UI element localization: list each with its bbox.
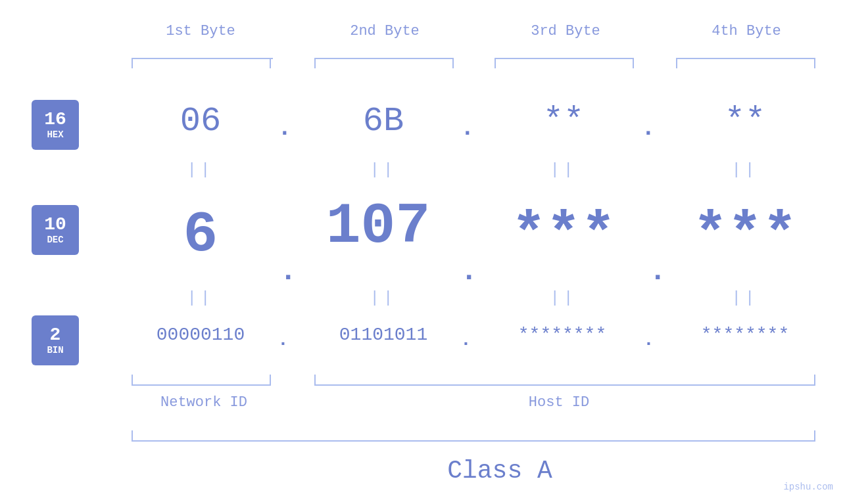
bin-col4-value: ********	[663, 325, 827, 345]
hex-badge-number: 16	[44, 110, 66, 130]
col2-header: 2nd Byte	[316, 23, 454, 39]
equals-dec-bin-col2: ||	[314, 289, 452, 307]
equals-dec-bin-col3: ||	[495, 289, 633, 307]
top-bracket-col3	[495, 58, 633, 59]
bracket-right-col2	[452, 58, 454, 68]
network-id-label: Network ID	[125, 394, 283, 411]
hex-badge: 16 HEX	[32, 100, 79, 150]
hex-dot-2: .	[460, 115, 475, 142]
bottom-bracket-host-left	[314, 375, 316, 385]
top-bracket-col4	[676, 58, 815, 59]
bottom-bracket-host-right	[814, 375, 815, 385]
class-bracket-line	[132, 440, 815, 442]
bracket-left-col4	[676, 58, 677, 68]
class-label: Class A	[362, 457, 638, 485]
top-bracket-col1	[132, 58, 273, 59]
bracket-left-col1	[132, 58, 133, 68]
bracket-right-col4	[814, 58, 815, 68]
bottom-bracket-host	[314, 384, 815, 386]
bracket-right-col1	[270, 58, 271, 68]
dec-badge: 10 DEC	[32, 205, 79, 255]
bin-dot-2: .	[460, 330, 471, 350]
bottom-bracket-col1	[132, 384, 271, 386]
bin-dot-3: .	[643, 330, 654, 350]
bin-col2-value: 01101011	[301, 325, 466, 345]
equals-hex-dec-col1: ||	[132, 161, 270, 179]
equals-hex-dec-col4: ||	[676, 161, 814, 179]
hex-col1-value: 06	[132, 102, 270, 141]
hex-dot-3: .	[641, 115, 656, 142]
dec-badge-label: DEC	[47, 235, 63, 245]
dec-dot-2: .	[460, 255, 477, 288]
bin-badge-label: BIN	[47, 345, 63, 355]
class-bracket-left	[132, 430, 133, 441]
bin-dot-1: .	[278, 330, 289, 350]
bin-badge-number: 2	[50, 325, 61, 346]
bracket-left-col3	[495, 58, 496, 68]
page-container: 16 HEX 10 DEC 2 BIN 1st Byte 2nd Byte 3r…	[0, 0, 845, 504]
bottom-bracket-col1-right	[270, 375, 271, 385]
dec-col2-value: 107	[296, 194, 460, 259]
bracket-right-col3	[633, 58, 634, 68]
dec-dot-3: .	[649, 255, 666, 288]
col4-header: 4th Byte	[677, 23, 815, 39]
dec-badge-number: 10	[44, 215, 66, 235]
bottom-bracket-col1-left	[132, 375, 133, 385]
dec-col3-value: ***	[495, 202, 633, 267]
class-bracket-right	[814, 430, 815, 441]
bracket-left-col2	[314, 58, 316, 68]
equals-hex-dec-col2: ||	[314, 161, 452, 179]
hex-dot-1: .	[278, 115, 292, 142]
bin-col3-value: ********	[480, 325, 644, 345]
equals-hex-dec-col3: ||	[495, 161, 633, 179]
hex-col3-value: **	[495, 102, 633, 141]
dec-col1-value: 6	[132, 202, 270, 267]
bin-col1-value: 00000110	[118, 325, 283, 345]
col3-header: 3rd Byte	[496, 23, 635, 39]
hex-badge-label: HEX	[47, 129, 63, 140]
watermark: ipshu.com	[783, 482, 833, 492]
host-id-label: Host ID	[427, 394, 690, 411]
top-bracket-col2	[314, 58, 454, 59]
hex-col2-value: 6B	[314, 102, 452, 141]
equals-dec-bin-col1: ||	[132, 289, 270, 307]
dec-col4-value: ***	[676, 202, 814, 267]
bin-badge: 2 BIN	[32, 315, 79, 365]
col1-header: 1st Byte	[132, 23, 270, 39]
hex-col4-value: **	[676, 102, 814, 141]
dec-dot-1: .	[279, 255, 297, 288]
equals-dec-bin-col4: ||	[676, 289, 814, 307]
